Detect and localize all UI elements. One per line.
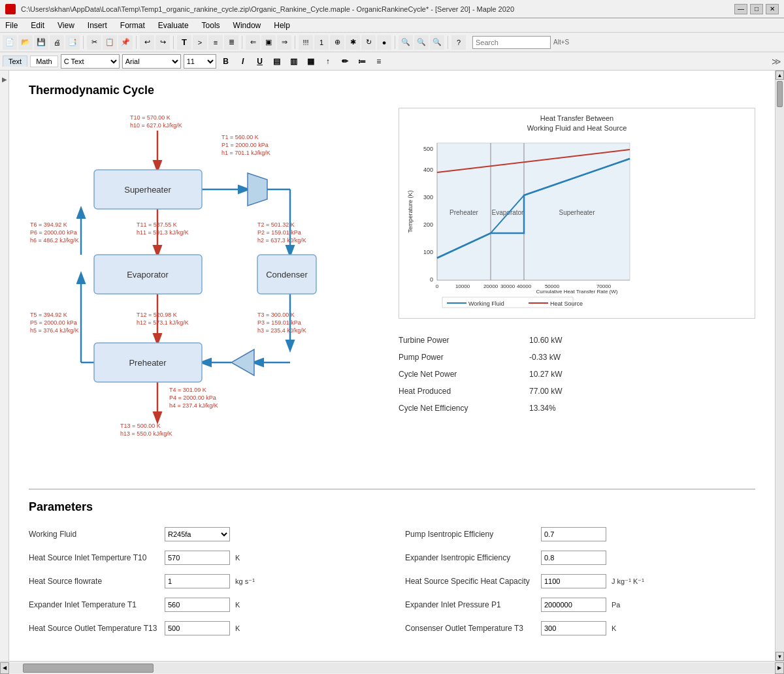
expander-isentropic-input[interactable]	[541, 551, 606, 565]
menu-edit[interactable]: Edit	[28, 20, 47, 31]
svg-text:Evaporator: Evaporator	[127, 270, 169, 280]
exec-btn[interactable]: !!!	[299, 35, 313, 50]
exec3-btn[interactable]: ⊕	[330, 35, 344, 50]
open-btn[interactable]: 📂	[18, 35, 33, 50]
menu-tools[interactable]: Tools	[199, 20, 223, 31]
redo-btn[interactable]: ↪	[155, 35, 170, 50]
refresh-btn[interactable]: ↻	[361, 35, 376, 50]
heat-source-shc-input[interactable]	[541, 574, 606, 588]
search-input[interactable]	[472, 36, 551, 49]
paste-btn[interactable]: 📌	[118, 35, 133, 50]
list2-btn[interactable]: ≣	[224, 35, 238, 50]
svg-text:Preheater: Preheater	[449, 209, 479, 216]
zoom1-btn[interactable]: 🔍	[399, 35, 413, 50]
zoom3-btn[interactable]: 🔍	[430, 35, 444, 50]
nav1-btn[interactable]: ⇐	[246, 35, 260, 50]
maximize-button[interactable]: □	[750, 4, 763, 14]
svg-text:T5 = 394.92 K: T5 = 394.92 K	[30, 312, 67, 318]
working-fluid-select[interactable]: R245fa	[165, 527, 230, 541]
expander-inlet-temp-input[interactable]	[165, 598, 230, 612]
new-btn[interactable]: 📄	[3, 35, 17, 50]
tab-text[interactable]: Text	[3, 56, 27, 67]
heat-source-inlet-temp-input[interactable]	[165, 551, 230, 565]
app-icon	[5, 4, 16, 14]
heat-source-flowrate-input[interactable]	[165, 574, 230, 588]
condenser-outlet-temp-input[interactable]	[541, 621, 606, 635]
svg-text:200: 200	[423, 221, 433, 228]
menu-help[interactable]: Help	[271, 20, 293, 31]
dot-btn[interactable]: ●	[377, 35, 391, 50]
thermo-area: T10 = 570.00 K h10 = 627.0 kJ/kg/K T1 = …	[29, 108, 755, 475]
menu-window[interactable]: Window	[231, 20, 264, 31]
nav2-btn[interactable]: ▣	[261, 35, 276, 50]
svg-text:h2 = 637.3 kJ/kg/K: h2 = 637.3 kJ/kg/K	[257, 237, 306, 244]
nav3-btn[interactable]: ⇒	[277, 35, 291, 50]
params-grid: Working Fluid R245fa Heat Source Inlet T…	[29, 527, 755, 645]
menu-view[interactable]: View	[55, 20, 77, 31]
search-shortcut: Alt+S	[553, 39, 569, 46]
minimize-button[interactable]: —	[734, 4, 747, 14]
scroll-up-btn[interactable]: ▲	[776, 71, 784, 80]
expander-inlet-pressure-row: Expander Inlet Pressure P1 Pa	[405, 598, 755, 612]
tab-math[interactable]: Math	[30, 56, 57, 67]
close-button[interactable]: ✕	[766, 4, 779, 14]
print-btn[interactable]: 🖨	[50, 35, 64, 50]
menu-insert[interactable]: Insert	[85, 20, 110, 31]
params-header: Parameters	[29, 500, 755, 514]
scroll-right-btn[interactable]: ▶	[775, 662, 784, 674]
insert-btn[interactable]: >	[193, 35, 207, 50]
svg-text:h1 = 701.1 kJ/kg/K: h1 = 701.1 kJ/kg/K	[221, 150, 270, 156]
svg-text:h12 = 573.1 kJ/kg/K: h12 = 573.1 kJ/kg/K	[137, 319, 189, 326]
h-scroll-thumb[interactable]	[23, 664, 154, 673]
svg-text:Preheater: Preheater	[129, 358, 167, 368]
sep2	[136, 36, 137, 49]
star-btn[interactable]: ✱	[346, 35, 360, 50]
svg-text:T6 = 394.92 K: T6 = 394.92 K	[30, 221, 67, 228]
heat-source-outlet-temp-row: Heat Source Outlet Temperature T13 K	[29, 621, 379, 635]
svg-text:h4 = 237.4 kJ/kg/K: h4 = 237.4 kJ/kg/K	[169, 402, 218, 409]
menu-file[interactable]: File	[3, 20, 20, 31]
expander-inlet-pressure-input[interactable]	[541, 598, 606, 612]
heat-source-outlet-temp-input[interactable]	[165, 621, 230, 635]
align-right-btn[interactable]: ▦	[304, 54, 318, 69]
undo-btn[interactable]: ↩	[140, 35, 154, 50]
cut-btn[interactable]: ✂	[87, 35, 101, 50]
scroll-thumb[interactable]	[777, 81, 783, 107]
zoom2-btn[interactable]: 🔍	[414, 35, 429, 50]
exec2-btn[interactable]: 1	[314, 35, 329, 50]
align-center-btn[interactable]: ▥	[287, 54, 301, 69]
size-select[interactable]: 11	[184, 54, 216, 69]
underline-btn[interactable]: U	[253, 54, 267, 69]
scroll-down-btn[interactable]: ▼	[776, 652, 784, 661]
pump-isentropic-input[interactable]	[541, 527, 606, 541]
heat-source-shc-label: Heat Source Specific Heat Capacity	[405, 577, 536, 586]
italic-btn[interactable]: I	[236, 54, 250, 69]
help-btn[interactable]: ?	[451, 35, 466, 50]
text-btn[interactable]: T	[177, 35, 191, 50]
sep4	[242, 36, 242, 49]
cycle-net-power-row: Cycle Net Power 10.27 kW	[399, 366, 755, 383]
style-select[interactable]: C Text	[61, 54, 120, 69]
menu-evaluate[interactable]: Evaluate	[155, 20, 191, 31]
scroll-track[interactable]	[776, 80, 784, 652]
list4-btn[interactable]: ≡	[372, 54, 386, 69]
font-select[interactable]: Arial	[122, 54, 181, 69]
indent-btn[interactable]: ↑	[321, 54, 335, 69]
expander-inlet-pressure-unit: Pa	[612, 601, 620, 609]
horizontal-scrollbar[interactable]: ◀ ▶	[0, 661, 784, 674]
window-title: C:\Users\skhan\AppData\Local\Temp\Temp1_…	[21, 5, 732, 13]
bold-btn[interactable]: B	[219, 54, 233, 69]
align-left-btn[interactable]: ▤	[270, 54, 284, 69]
copy-btn[interactable]: 📋	[103, 35, 117, 50]
expander-isentropic-label: Expander Isentropic Efficiency	[405, 553, 536, 562]
scroll-left-btn[interactable]: ◀	[0, 662, 9, 674]
list3-btn[interactable]: ≔	[355, 54, 369, 69]
save-btn[interactable]: 💾	[34, 35, 48, 50]
list-btn[interactable]: ≡	[208, 35, 223, 50]
print2-btn[interactable]: 📑	[65, 35, 80, 50]
pencil-btn[interactable]: ✏	[338, 54, 352, 69]
h-scroll-track[interactable]	[10, 663, 774, 673]
vertical-scrollbar[interactable]: ▲ ▼	[775, 71, 784, 661]
menu-format[interactable]: Format	[118, 20, 148, 31]
collapse-btn[interactable]: ≫	[772, 56, 781, 67]
